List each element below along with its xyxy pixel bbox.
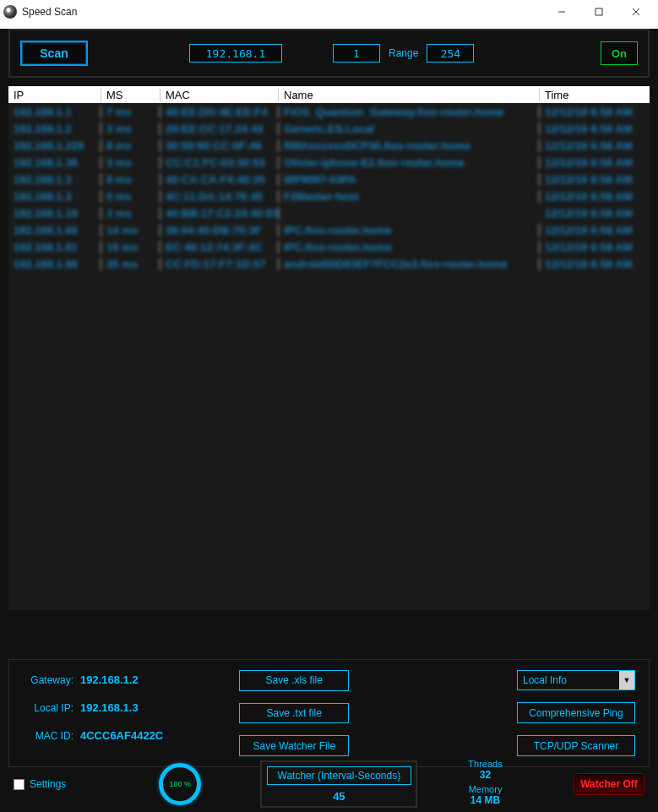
gateway-value: 192.168.1.2 [80,673,139,686]
maximize-button[interactable] [580,0,617,24]
range-start-input[interactable] [333,44,380,63]
threads-label: Threads [468,759,502,769]
results-body[interactable]: 192.168.1.17 ms40:EE:DD:4E:EE:F4FiOS_Qua… [8,103,650,272]
progress-ring: 100 % [159,763,201,805]
col-header-mac[interactable]: MAC [160,89,279,101]
app-icon [3,5,17,19]
bottom-panel: Gateway: 192.168.1.2 Local IP: 192.168.1… [8,659,650,767]
svg-rect-1 [595,8,602,15]
local-info-select-value: Local Info [523,674,567,686]
minimize-button[interactable] [543,0,580,24]
info-column: Gateway: 192.168.1.2 Local IP: 192.168.1… [23,673,163,756]
save-actions-column: Save .xls file Save .txt file Save Watch… [239,670,349,756]
table-row[interactable]: 192.168.1.23 ms28:EE:CC:17:24:43Generic.… [8,120,650,137]
table-row[interactable]: 192.168.1.383 msCC:C1:FC:03:30:53Olivier… [8,154,650,171]
table-row[interactable]: 192.168.1.30 ms4C:11:DA:14:76:45F2Master… [8,188,650,204]
stats-column: Threads 32 Memory 14 MB [468,759,502,809]
localip-value: 192.168.1.3 [80,701,139,714]
results-panel: IP MS MAC Name Time 192.168.1.17 ms40:EE… [8,86,650,610]
checkbox-icon [14,779,24,790]
localip-label: Local IP: [23,702,73,714]
macid-value: 4CCC6AF4422C [80,729,163,742]
watcher-interval-button[interactable]: Watcher (Interval-Seconds) [267,766,412,785]
chevron-down-icon: ▼ [619,671,634,689]
close-button[interactable] [617,0,655,24]
range-label: Range [389,47,418,59]
table-row[interactable]: 192.168.1.6014 ms38:04:40:DB:76:3FIPC.fi… [8,221,650,238]
col-header-ms[interactable]: MS [101,89,160,101]
table-row[interactable]: 192.168.1.2298 ms30:58:90:CC:0F:48RMAxxx… [8,137,650,154]
table-row[interactable]: 192.168.1.38 ms40:CA:CA:F4:40:35WP9087-0… [8,171,650,188]
memory-value: 14 MB [470,794,500,806]
status-bar: Settings 100 % Watcher (Interval-Seconds… [8,756,650,812]
watcher-interval-value: 45 [333,790,345,803]
col-header-name[interactable]: Name [279,89,540,101]
gateway-label: Gateway: [23,674,73,686]
watcher-box: Watcher (Interval-Seconds) 45 [260,760,417,808]
save-txt-button[interactable]: Save .txt file [239,703,349,724]
tools-column: Local Info ▼ Comprehensive Ping TCP/UDP … [517,670,635,756]
results-header: IP MS MAC Name Time [8,86,650,103]
window-titlebar: Speed Scan [0,0,658,24]
watcher-off-button[interactable]: Watcher Off [574,773,644,795]
table-row[interactable]: 192.168.1.17 ms40:EE:DD:4E:EE:F4FiOS_Qua… [8,103,650,120]
window-title: Speed Scan [22,6,77,18]
table-row[interactable]: 192.168.1.6119 msEC:40:12:74:3F:4CIPC.fi… [8,238,650,255]
tcp-udp-scanner-button[interactable]: TCP/UDP Scanner [517,735,635,756]
toolbar: Scan Range On [8,29,650,78]
save-xls-button[interactable]: Save .xls file [239,670,349,691]
table-row[interactable]: 192.168.1.6635 msCC:FD:17:F7:1D:57androi… [8,255,650,272]
app-body: Scan Range On IP MS MAC Name Time 192.16… [0,29,658,812]
settings-label: Settings [30,778,66,790]
save-watcher-button[interactable]: Save Watcher File [239,735,349,756]
settings-checkbox[interactable]: Settings [14,778,66,790]
threads-value: 32 [480,769,491,781]
comprehensive-ping-button[interactable]: Comprehensive Ping [517,702,635,723]
scan-button[interactable]: Scan [20,41,88,66]
table-row[interactable]: 192.168.1.193 ms40:BB:17:C2:24:40:D712/1… [8,204,650,221]
ip-prefix-input[interactable] [189,44,282,63]
col-header-time[interactable]: Time [540,89,650,101]
on-toggle-button[interactable]: On [601,41,638,65]
col-header-ip[interactable]: IP [8,89,101,101]
macid-label: MAC ID: [23,730,73,742]
local-info-select[interactable]: Local Info ▼ [517,670,635,690]
range-end-input[interactable] [427,44,474,63]
memory-label: Memory [469,784,503,794]
